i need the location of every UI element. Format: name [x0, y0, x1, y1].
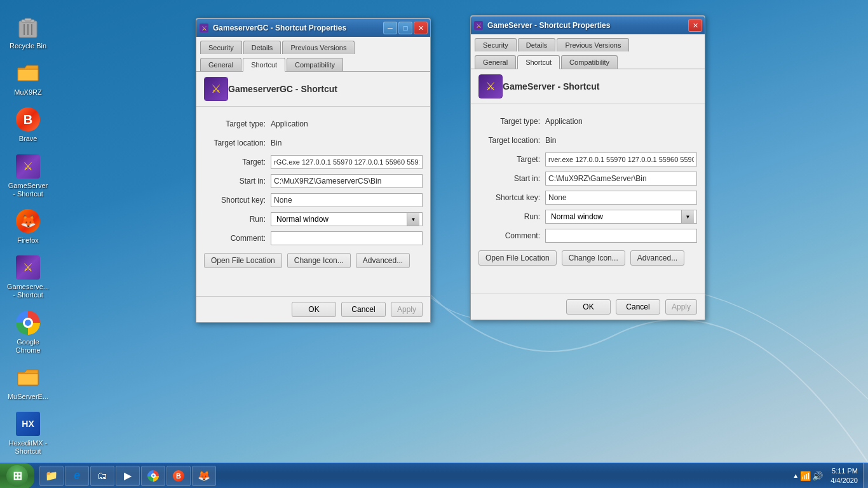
- taskbar-item-brave[interactable]: B: [166, 466, 191, 486]
- dialog1-btn-change-icon[interactable]: Change Icon...: [287, 253, 351, 268]
- brave-taskbar-icon: B: [172, 470, 185, 482]
- taskbar-item-file-manager[interactable]: 🗂: [90, 466, 114, 486]
- dialog2-header: ⚔ GameServer - Shortcut: [471, 69, 705, 104]
- network-icon: 📶: [800, 471, 811, 481]
- ie-icon: e: [71, 470, 83, 482]
- dialog1-btn-apply[interactable]: Apply: [391, 302, 423, 317]
- dialog2-btn-change-icon[interactable]: Change Icon...: [562, 250, 625, 266]
- dialog2-dropdown-arrow[interactable]: ▼: [681, 210, 694, 223]
- dialog-gameserver: ⚔ GameServer - Shortcut Properties ✕ Sec…: [470, 15, 705, 320]
- taskbar-item-file-explorer[interactable]: 📁: [39, 466, 64, 486]
- tray-arrow[interactable]: ▲: [792, 472, 799, 479]
- dialog1-btn-cancel[interactable]: Cancel: [341, 302, 386, 317]
- dialog2-tab-security[interactable]: Security: [475, 38, 517, 51]
- firefox-taskbar-icon: 🦊: [198, 470, 210, 482]
- clock-display[interactable]: 5:11 PM 4/4/2020: [825, 466, 863, 485]
- dialog2-select-run[interactable]: Normal window ▼: [545, 210, 697, 224]
- brave-icon: B: [16, 107, 40, 132]
- dialog1-btn-advanced[interactable]: Advanced...: [356, 253, 410, 268]
- dialog2-field-target-type: Target type: Application: [478, 114, 697, 128]
- dialog2-input-comment[interactable]: [545, 229, 697, 243]
- dialog2-btn-open-file-location[interactable]: Open File Location: [478, 250, 557, 266]
- dialog1-tab-general[interactable]: General: [200, 58, 241, 71]
- desktop-icon-recycle-bin[interactable]: Recycle Bin: [5, 11, 51, 53]
- clock-date: 4/4/2020: [831, 476, 858, 485]
- game-server-icon: ⚔: [16, 154, 40, 179]
- desktop-icon-hexeditmx[interactable]: HX HexeditMX - Shortcut: [5, 409, 51, 458]
- dialog1-btn-ok[interactable]: OK: [292, 302, 336, 317]
- dialog1-min-btn[interactable]: ─: [383, 22, 397, 34]
- desktop-icon-brave[interactable]: B Brave: [5, 104, 51, 146]
- dialog2-value-target-location: Bin: [545, 136, 556, 145]
- dialog1-select-run[interactable]: Normal window ▼: [271, 212, 423, 226]
- dialog2-input-target[interactable]: [545, 152, 697, 166]
- dialog2-btn-apply[interactable]: Apply: [665, 299, 697, 315]
- dialog1-btn-open-file-location[interactable]: Open File Location: [204, 253, 282, 268]
- desktop-icon-firefox[interactable]: 🦊 Firefox: [5, 206, 51, 247]
- desktop-icon-mux9rz[interactable]: MuX9RZ: [5, 58, 51, 99]
- dialog1-label-target-location: Target location:: [204, 139, 271, 147]
- file-explorer-icon: 📁: [45, 470, 58, 482]
- dialog1-titlebar[interactable]: ⚔ GameserverGC - Shortcut Properties ─ □…: [196, 19, 430, 37]
- dialog2-close-btn[interactable]: ✕: [688, 19, 702, 32]
- desktop-icon-gameserver[interactable]: ⚔ GameServer - Shortcut: [5, 151, 51, 201]
- dialog1-tab-details[interactable]: Details: [243, 41, 281, 54]
- dialog1-title: GameserverGC - Shortcut Properties: [213, 24, 383, 32]
- dialog2-tabs-row1: Security Details Previous Versions: [471, 34, 705, 51]
- dialog1-close-btn[interactable]: ✕: [414, 22, 428, 34]
- svg-text:⚔: ⚔: [201, 25, 207, 32]
- dialog1-footer: OK Cancel Apply: [196, 296, 430, 322]
- dialog2-input-shortcut-key[interactable]: [545, 191, 697, 205]
- desktop-icon-muservere-label: MuServerE...: [8, 393, 48, 401]
- svg-rect-7: [18, 374, 38, 385]
- desktop-icon-recycle-bin-label: Recycle Bin: [10, 42, 46, 50]
- desktop-icon-chrome[interactable]: Google Chrome: [5, 308, 51, 357]
- desktop-icon-muservere[interactable]: MuServerE...: [5, 362, 51, 403]
- dialog2-field-run: Run: Normal window ▼: [478, 210, 697, 224]
- show-desktop-btn[interactable]: [863, 463, 868, 489]
- dialog1-dropdown-arrow[interactable]: ▼: [407, 213, 419, 226]
- desktop-icon-gameserver-label: GameServer - Shortcut: [8, 182, 48, 198]
- dialog1-tab-compatibility[interactable]: Compatibility: [287, 58, 343, 71]
- clock: 5:11 PM 4/4/2020: [831, 466, 858, 485]
- dialog2-field-start-in: Start in:: [478, 172, 697, 186]
- taskbar-item-media[interactable]: ▶: [116, 466, 140, 486]
- dialog2-label-shortcut-key: Shortcut key:: [478, 193, 545, 202]
- dialog1-input-target[interactable]: [271, 155, 423, 169]
- dialog1-field-target: Target:: [204, 155, 423, 169]
- dialog2-input-start-in[interactable]: [545, 172, 697, 186]
- dialog2-btn-ok[interactable]: OK: [566, 299, 611, 315]
- dialog2-field-target-location: Target location: Bin: [478, 133, 697, 147]
- dialog2-title: GameServer - Shortcut Properties: [487, 21, 688, 30]
- desktop-icon-gameservercs[interactable]: ⚔ Gameserve... - Shortcut: [5, 252, 51, 302]
- dialog1-tab-security[interactable]: Security: [200, 41, 242, 54]
- dialog2-label-start-in: Start in:: [478, 174, 545, 183]
- dialog1-label-target-type: Target type:: [204, 119, 271, 128]
- dialog2-tab-previous-versions[interactable]: Previous Versions: [557, 38, 629, 51]
- taskbar-item-ie[interactable]: e: [65, 466, 89, 486]
- dialog1-max-btn[interactable]: □: [398, 22, 412, 34]
- desktop-icon-mux9rz-label: MuX9RZ: [14, 88, 41, 97]
- dialog1-tab-previous-versions[interactable]: Previous Versions: [282, 41, 355, 54]
- dialog2-footer: OK Cancel Apply: [471, 294, 705, 320]
- dialog2-label-target: Target:: [478, 155, 545, 164]
- volume-icon[interactable]: 🔊: [812, 471, 823, 481]
- dialog1-field-start-in: Start in:: [204, 174, 423, 188]
- dialog1-app-icon: ⚔: [204, 77, 228, 101]
- dialog2-titlebar[interactable]: ⚔ GameServer - Shortcut Properties ✕: [471, 17, 705, 34]
- dialog2-tab-compatibility[interactable]: Compatibility: [561, 55, 618, 69]
- dialog2-tab-shortcut[interactable]: Shortcut: [517, 55, 560, 69]
- dialog2-tab-details[interactable]: Details: [518, 38, 556, 51]
- taskbar-item-chrome[interactable]: [141, 466, 165, 486]
- dialog1-input-shortcut-key[interactable]: [271, 193, 423, 207]
- dialog2-btn-cancel[interactable]: Cancel: [616, 299, 660, 315]
- dialog2-tab-general[interactable]: General: [475, 55, 516, 69]
- dialog1-input-start-in[interactable]: [271, 174, 423, 188]
- dialog2-value-target-type: Application: [545, 117, 583, 126]
- taskbar-item-firefox[interactable]: 🦊: [192, 466, 216, 486]
- start-button[interactable]: ⊞: [0, 463, 34, 489]
- dialog1-tabs-row1: Security Details Previous Versions: [196, 37, 430, 54]
- dialog1-input-comment[interactable]: [271, 231, 423, 245]
- dialog1-tab-shortcut[interactable]: Shortcut: [243, 58, 285, 72]
- dialog2-btn-advanced[interactable]: Advanced...: [630, 250, 684, 266]
